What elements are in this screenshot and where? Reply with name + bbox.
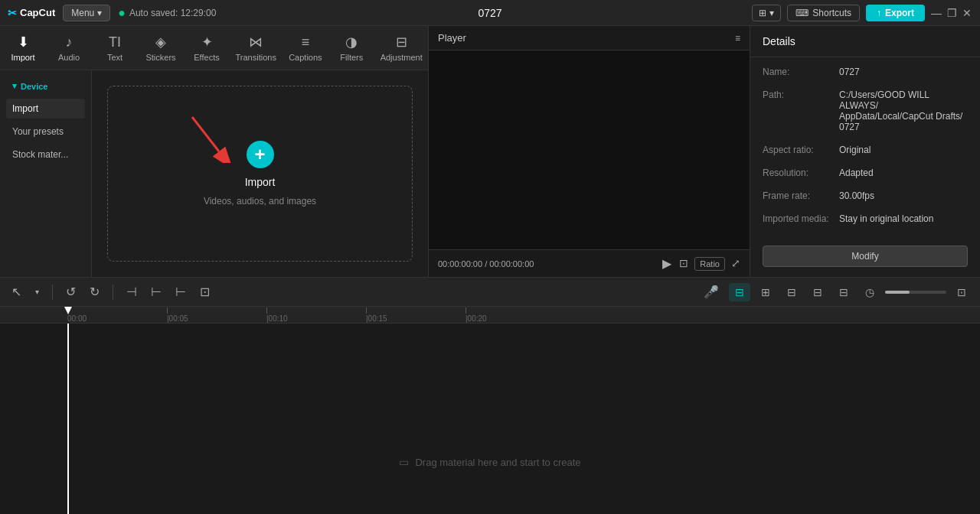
timecode-display: 00:00:00:00 / 00:00:00:00 (438, 259, 655, 268)
stickers-tab-icon: ◈ (155, 34, 166, 50)
player-panel: Player ≡ 00:00:00:00 / 00:00:00:00 ▶ ⊡ R… (429, 26, 750, 277)
bottom-section: ↖ ▾ ↺ ↻ ⊣ ⊢ ⊢ ⊡ 🎤 ⊟ ⊞ ⊟ ⊟ ⊟ ◷ ⊡ 00:00|00… (0, 277, 980, 514)
detail-value-0: 0727 (839, 67, 968, 77)
redo-button[interactable]: ↻ (86, 282, 103, 301)
import-area: + Import Videos, audios, and images (92, 70, 428, 277)
topbar-right: ⊞ ▾ ⌨ Shortcuts ↑ Export — ❐ ✕ (752, 5, 972, 21)
timeline-caption-button[interactable]: ⊟ (833, 283, 854, 301)
filters-tab-icon: ◑ (345, 34, 358, 50)
split-button[interactable]: ⊢ (147, 282, 165, 301)
logo-icon: ✂ (8, 7, 17, 19)
restore-button[interactable]: ❐ (946, 8, 957, 18)
cursor-dropdown-button[interactable]: ▾ (31, 285, 43, 298)
export-button[interactable]: ↑ Export (866, 5, 925, 21)
import-tab-label: Import (11, 53, 34, 62)
split-start-button[interactable]: ⊣ (122, 282, 141, 301)
import-dropzone[interactable]: + Import Videos, audios, and images (107, 86, 413, 262)
tab-filters[interactable]: ◑ Filters (328, 29, 374, 67)
tab-adjustment[interactable]: ⊟ Adjustment (374, 29, 428, 67)
zoom-slider[interactable] (885, 291, 946, 294)
ruler-mark: |00:05 (167, 307, 266, 323)
shortcuts-label: Shortcuts (812, 8, 851, 18)
window-controls: — ❐ ✕ (931, 8, 972, 18)
detail-label-0: Name: (763, 67, 839, 77)
timeline-grid-button[interactable]: ⊞ (755, 283, 776, 301)
detail-row-2: Aspect ratio: Original (763, 145, 968, 155)
cursor-tool-button[interactable]: ↖ (8, 282, 25, 301)
ruler-tick (167, 307, 168, 314)
ruler-time: |00:10 (266, 314, 288, 323)
sidebar-item-presets[interactable]: Your presets (6, 122, 85, 142)
svg-line-1 (192, 117, 219, 151)
timeline-clock-button[interactable]: ◷ (859, 283, 880, 301)
detail-row-1: Path: C:/Users/GOOD WILL ALWAYS/ AppData… (763, 89, 968, 132)
player-buttons: ⊡ Ratio ⤢ (679, 257, 740, 271)
import-circle-button[interactable]: + (247, 141, 274, 168)
ruler-mark: 00:00 (67, 307, 167, 323)
filters-tab-label: Filters (340, 53, 363, 62)
delete-button[interactable]: ⊡ (196, 282, 214, 301)
stickers-tab-label: Stickers (145, 53, 175, 62)
ruler-time: |00:20 (466, 314, 487, 323)
ruler-time: |00:05 (167, 314, 188, 323)
transitions-tab-label: Transitions (236, 53, 276, 62)
effects-tab-icon: ✦ (201, 34, 213, 50)
captions-tab-label: Captions (289, 53, 322, 62)
drag-hint-text: Drag material here and start to create (415, 457, 580, 468)
minimize-button[interactable]: — (931, 8, 942, 18)
tab-import[interactable]: ⬇ Import (0, 29, 46, 67)
adjustment-tab-label: Adjustment (381, 53, 423, 62)
detail-label-4: Frame rate: (763, 190, 839, 201)
undo-button[interactable]: ↺ (62, 282, 80, 301)
detail-label-1: Path: (763, 89, 839, 100)
project-title: 0727 (478, 7, 501, 19)
player-menu-icon[interactable]: ≡ (735, 33, 740, 44)
microphone-button[interactable]: 🎤 (700, 282, 723, 301)
screenshot-button[interactable]: ⊡ (679, 257, 688, 271)
keyboard-icon: ⌨ (795, 8, 808, 18)
fullscreen-button[interactable]: ⤢ (731, 257, 740, 271)
detail-value-4: 30.00fps (839, 190, 968, 201)
tab-transitions[interactable]: ⋈ Transitions (230, 29, 282, 67)
ratio-button[interactable]: Ratio (694, 257, 725, 271)
left-sidebar: ▾DeviceImportYour presetsStock mater... (0, 70, 92, 277)
detail-row-4: Frame rate: 30.00fps (763, 190, 968, 201)
timeline-extra-button[interactable]: ⊡ (951, 283, 972, 301)
shortcuts-button[interactable]: ⌨ Shortcuts (787, 5, 860, 21)
ruler-time: 00:00 (67, 314, 87, 323)
close-button[interactable]: ✕ (962, 8, 972, 18)
play-button[interactable]: ▶ (662, 256, 671, 271)
text-tab-label: Text (107, 53, 122, 62)
timeline-magnet-button[interactable]: ⊟ (729, 283, 750, 301)
export-label: Export (885, 8, 914, 18)
layout-button[interactable]: ⊞ ▾ (752, 5, 781, 21)
sidebar-item-stock[interactable]: Stock mater... (6, 145, 85, 164)
tab-captions[interactable]: ≡ Captions (282, 29, 328, 67)
tab-audio[interactable]: ♪ Audio (46, 29, 92, 67)
timeline-toolbar: ↖ ▾ ↺ ↻ ⊣ ⊢ ⊢ ⊡ 🎤 ⊟ ⊞ ⊟ ⊟ ⊟ ◷ ⊡ (0, 278, 980, 307)
detail-value-3: Adapted (839, 168, 968, 178)
left-panel: ⬇ Import ♪ Audio TI Text ◈ Stickers ✦ Ef… (0, 26, 429, 277)
timeline-tracks[interactable]: ▭ Drag material here and start to create (0, 324, 980, 514)
autosave-indicator: ● Auto saved: 12:29:00 (118, 6, 216, 20)
import-sublabel: Videos, audios, and images (204, 196, 316, 207)
player-title: Player (438, 32, 466, 44)
topbar-left: ✂ CapCut Menu ▾ ● Auto saved: 12:29:00 (8, 5, 216, 21)
details-content: Name: 0727 Path: C:/Users/GOOD WILL ALWA… (750, 57, 980, 246)
adjustment-tab-icon: ⊟ (396, 34, 407, 50)
sidebar-item-import[interactable]: Import (6, 99, 85, 119)
menu-label: Menu (71, 8, 94, 18)
menu-button[interactable]: Menu ▾ (63, 5, 110, 21)
timeline-lock-button[interactable]: ⊟ (807, 283, 828, 301)
tab-effects[interactable]: ✦ Effects (184, 29, 230, 67)
detail-value-2: Original (839, 145, 968, 155)
timeline-link-button[interactable]: ⊟ (781, 283, 802, 301)
tab-stickers[interactable]: ◈ Stickers (138, 29, 184, 67)
effects-tab-label: Effects (194, 53, 219, 62)
toolbar-tabs: ⬇ Import ♪ Audio TI Text ◈ Stickers ✦ Ef… (0, 26, 428, 70)
detail-row-0: Name: 0727 (763, 67, 968, 77)
tab-text[interactable]: TI Text (92, 29, 138, 67)
split-end-button[interactable]: ⊢ (172, 282, 190, 301)
detail-row-3: Resolution: Adapted (763, 168, 968, 178)
modify-button[interactable]: Modify (763, 246, 968, 267)
